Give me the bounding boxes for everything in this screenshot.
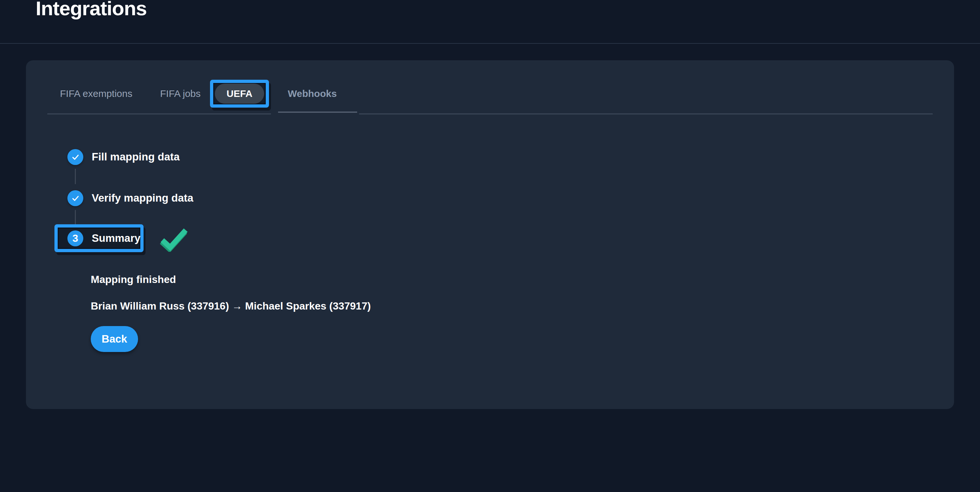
tab-webhooks[interactable]: Webhooks: [288, 88, 337, 99]
tab-uefa[interactable]: UEFA: [215, 84, 264, 104]
back-button[interactable]: Back: [91, 326, 138, 352]
step-3-label[interactable]: Summary: [92, 232, 140, 244]
tab-uefa-focus-ring[interactable]: UEFA: [210, 80, 269, 108]
header-divider: [0, 43, 980, 44]
step-3-focus-ring[interactable]: 3 Summary: [54, 224, 143, 252]
tabs-divider-right: [359, 113, 933, 115]
step-1-label[interactable]: Fill mapping data: [92, 151, 180, 163]
step-connector-2: [75, 210, 76, 224]
tab-fifa-jobs[interactable]: FIFA jobs: [160, 88, 200, 99]
page-title: Integrations: [36, 0, 147, 22]
integrations-page: Integrations FIFA exemptions FIFA jobs U…: [0, 0, 980, 492]
step-1-completed-circle[interactable]: [67, 149, 83, 165]
tabs-divider-left: [47, 113, 271, 115]
step-2-label[interactable]: Verify mapping data: [92, 192, 194, 204]
tabs-divider-webhooks-underline: [278, 111, 357, 113]
check-icon: [71, 194, 80, 203]
check-icon: [71, 152, 80, 162]
mapping-result-text: Brian William Russ (337916) → Michael Sp…: [91, 299, 371, 312]
step-3-number-circle[interactable]: 3: [67, 231, 83, 246]
success-check-icon: [159, 226, 189, 253]
tab-fifa-exemptions[interactable]: FIFA exemptions: [60, 88, 132, 99]
step-connector-1: [75, 169, 76, 184]
integrations-card: FIFA exemptions FIFA jobs UEFA Webhooks …: [26, 60, 954, 409]
step-2-completed-circle[interactable]: [67, 190, 83, 206]
mapping-status-text: Mapping finished: [91, 273, 176, 286]
